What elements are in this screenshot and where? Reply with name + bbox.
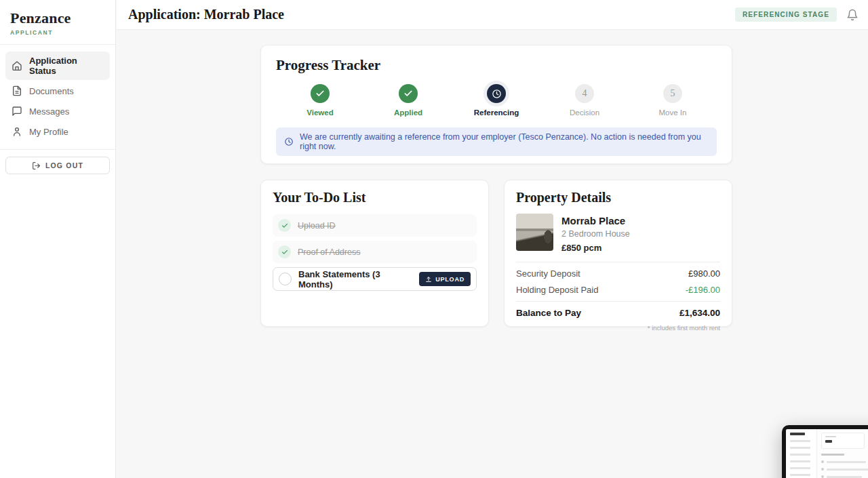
top-bar: Application: Morrab Place REFERENCING ST… [117, 0, 868, 30]
fin-value: -£196.00 [686, 285, 720, 295]
sidebar-item-label: My Profile [29, 127, 68, 137]
todo-item-label: Proof of Address [298, 247, 360, 257]
fin-row-balance-to-pay: Balance to Pay £1,634.00 [516, 301, 720, 318]
property-rent: £850 pcm [561, 243, 630, 253]
check-icon [278, 245, 291, 258]
preview-nav-bars [790, 440, 810, 478]
sidebar-item-label: Application Status [29, 56, 104, 76]
logout-label: LOG OUT [45, 161, 83, 170]
step-label: Viewed [307, 108, 333, 117]
preview-logo-bar [790, 433, 805, 435]
todo-item-label: Bank Statements (3 Months) [298, 269, 412, 290]
check-icon [311, 84, 330, 103]
progress-step-viewed: Viewed [276, 84, 364, 117]
progress-tracker-card: Progress Tracker Viewed Applied Referenc… [260, 45, 732, 164]
property-details-title: Property Details [516, 190, 720, 205]
progress-step-move-in: 5 Move In [629, 84, 717, 117]
sidebar-item-my-profile[interactable]: My Profile [5, 122, 110, 141]
step-number: 5 [663, 84, 682, 103]
clock-icon [487, 84, 506, 103]
todo-list-card: Your To-Do List Upload ID Proof of Addre… [260, 180, 489, 327]
todo-item-bank-statements: Bank Statements (3 Months) UPLOAD [273, 267, 477, 291]
preview-sidebar [786, 429, 817, 478]
fin-row-security-deposit: Security Deposit £980.00 [516, 268, 720, 279]
clock-icon [284, 137, 294, 146]
property-type: 2 Bedroom House [561, 229, 630, 239]
property-photo [516, 214, 553, 251]
sidebar: Penzance APPLICANT Application Status Do… [0, 0, 116, 478]
page-title: Application: Morrab Place [128, 7, 735, 22]
logout-icon [32, 161, 41, 170]
property-details-card: Property Details Morrab Place 2 Bedroom … [504, 180, 732, 327]
fin-footnote: * includes first month rent [516, 324, 720, 332]
preview-main [817, 429, 868, 478]
app-preview-window[interactable] [782, 425, 868, 478]
sidebar-item-label: Documents [29, 86, 74, 96]
document-icon [12, 85, 22, 96]
brand-logo: Penzance [10, 9, 105, 27]
unchecked-circle-icon [279, 273, 292, 285]
upload-icon [425, 276, 432, 283]
todo-item-upload-id: Upload ID [273, 214, 477, 237]
fin-label: Security Deposit [516, 268, 580, 279]
fin-row-holding-deposit: Holding Deposit Paid -£196.00 [516, 285, 720, 295]
fin-total-label: Balance to Pay [516, 308, 581, 318]
step-label: Move In [659, 108, 687, 117]
todo-list-title: Your To-Do List [273, 190, 477, 205]
upload-button-label: UPLOAD [435, 276, 465, 283]
progress-steps: Viewed Applied Referencing 4 Decision 5 … [276, 84, 717, 117]
sidebar-nav: Application Status Documents Messages My… [0, 45, 115, 149]
progress-tracker-title: Progress Tracker [276, 57, 717, 74]
fin-total-value: £1,634.00 [679, 308, 720, 318]
property-name: Morrab Place [561, 215, 630, 226]
step-label: Applied [394, 108, 422, 117]
step-label: Referencing [474, 108, 519, 117]
sidebar-item-label: Messages [29, 106, 69, 117]
bell-icon[interactable] [846, 9, 859, 21]
todo-item-proof-of-address: Proof of Address [273, 241, 477, 263]
user-icon [12, 126, 22, 137]
alert-text: We are currently awaiting a reference fr… [300, 132, 709, 151]
step-label: Decision [570, 108, 599, 117]
home-icon [12, 60, 22, 71]
check-icon [399, 84, 418, 103]
step-number: 4 [575, 84, 594, 103]
sidebar-item-messages[interactable]: Messages [5, 102, 110, 121]
sidebar-item-documents[interactable]: Documents [5, 81, 110, 100]
brand-role-label: APPLICANT [10, 29, 105, 36]
referencing-status-alert: We are currently awaiting a reference fr… [276, 127, 717, 156]
upload-button[interactable]: UPLOAD [419, 272, 471, 286]
app-preview-screen [786, 429, 868, 478]
progress-step-decision: 4 Decision [540, 84, 629, 117]
message-icon [12, 106, 22, 117]
preview-list-panel [821, 454, 868, 478]
progress-step-applied: Applied [364, 84, 452, 117]
brand: Penzance APPLICANT [0, 0, 115, 44]
fin-label: Holding Deposit Paid [516, 285, 598, 295]
logout-button[interactable]: LOG OUT [5, 157, 110, 174]
preview-stat-card [821, 433, 865, 449]
fin-value: £980.00 [688, 268, 720, 279]
stage-badge: REFERENCING STAGE [735, 7, 837, 22]
progress-step-referencing: Referencing [452, 84, 540, 117]
check-icon [278, 219, 291, 232]
todo-item-label: Upload ID [298, 221, 336, 231]
sidebar-item-application-status[interactable]: Application Status [5, 52, 110, 80]
